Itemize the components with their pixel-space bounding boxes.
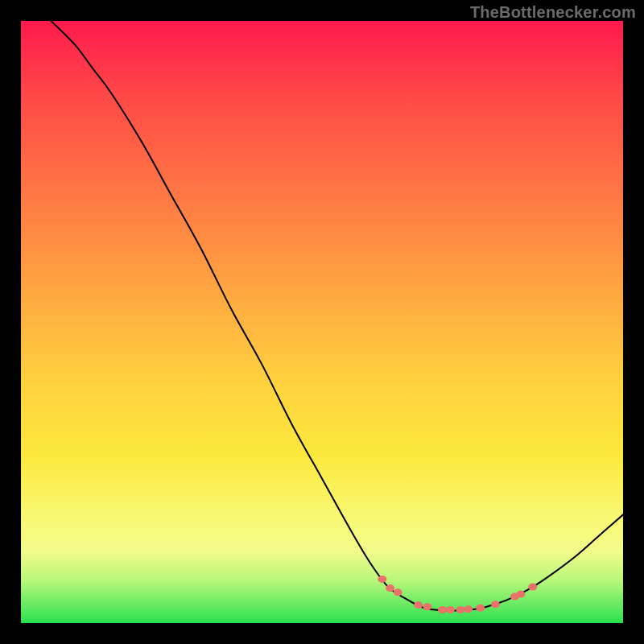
curve-dot: [516, 591, 525, 598]
curve-dot: [528, 584, 537, 591]
curve-dot: [394, 588, 402, 596]
curve-dot: [476, 605, 485, 612]
curve-dot: [438, 606, 447, 613]
curve-dot: [423, 603, 431, 610]
plot-area: [21, 21, 623, 623]
curve-dot: [491, 601, 500, 608]
curve-dot: [414, 601, 423, 609]
bottleneck-curve: [51, 21, 623, 611]
curve-dot: [446, 606, 455, 613]
curve-dot: [464, 605, 473, 613]
curve-dot: [456, 606, 465, 613]
chart-container: TheBottlenecker.com: [0, 0, 644, 644]
curve-svg: [21, 21, 623, 623]
curve-dot: [378, 576, 386, 583]
curve-dots: [378, 576, 537, 613]
watermark-text: TheBottlenecker.com: [470, 3, 636, 22]
curve-dot: [386, 584, 394, 592]
